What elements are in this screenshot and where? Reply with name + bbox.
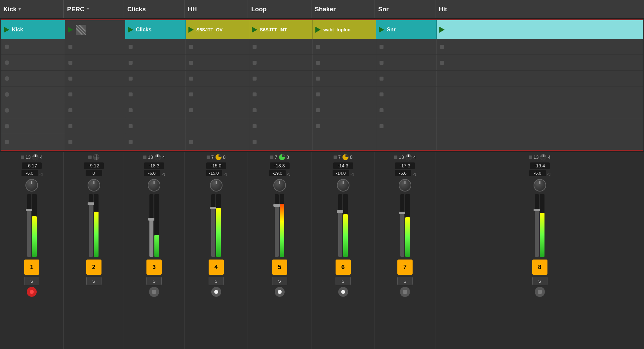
ch4-fader-handle[interactable] [210,207,217,209]
ch5-number-button[interactable]: 5 [272,260,287,275]
track-kick[interactable]: Kick [1,20,65,39]
pattern-cell-loop-5[interactable] [249,102,313,118]
pattern-cell-shaker-2[interactable] [313,55,376,70]
pattern-cell-shaker-3[interactable] [313,71,376,86]
track-hh[interactable]: S6SJTT_OV [186,20,249,39]
pattern-cell-hh-3[interactable] [186,71,249,86]
pattern-cell-loop-1[interactable] [249,39,313,54]
ch3-fader-handle[interactable] [148,218,155,221]
pattern-cell-clicks-2[interactable] [125,55,186,70]
pattern-cell-snr-2[interactable] [376,55,437,70]
ch1-knob[interactable] [25,179,38,192]
pattern-cell-snr-1[interactable] [376,39,437,54]
track-perc[interactable] [65,20,125,39]
track-hit[interactable] [437,20,643,39]
pattern-cell-perc-2[interactable] [65,55,125,70]
pattern-cell-clicks-5[interactable] [125,102,186,118]
pattern-cell-clicks-6[interactable] [125,118,186,134]
ch5-fader-track[interactable] [275,194,279,257]
ch7-solo-button[interactable]: S [397,277,413,285]
ch5-fader-handle[interactable] [273,204,280,207]
track-snr[interactable]: Snr [376,20,437,39]
ch8-number-button[interactable]: 8 [532,260,547,275]
ch1-solo-button[interactable]: S [24,277,39,285]
ch3-fader-track[interactable] [149,194,153,257]
pattern-cell-hit-5[interactable] [437,102,643,118]
ch6-fader-track[interactable] [338,194,342,257]
play-hit-icon[interactable] [439,27,445,33]
ch1-fader-track[interactable] [27,194,31,257]
pattern-cell-loop-2[interactable] [249,55,313,70]
header-loop[interactable]: Loop [248,0,311,18]
header-snr[interactable]: Snr [375,0,435,18]
ch3-rec-button[interactable] [149,287,159,297]
pattern-cell-hit-4[interactable] [437,87,643,102]
play-snr-icon[interactable] [379,27,384,33]
header-kick[interactable]: Kick ▾ [0,0,64,18]
pattern-cell-perc-7[interactable] [65,134,125,150]
play-kick-icon[interactable] [4,27,9,33]
pattern-cell-perc-4[interactable] [65,87,125,102]
ch4-fader-track[interactable] [211,194,215,257]
pattern-cell-perc-3[interactable] [65,71,125,86]
pattern-cell-clicks-4[interactable] [125,87,186,102]
pattern-cell-shaker-7[interactable] [313,134,376,150]
track-clicks[interactable]: Clicks [125,20,186,39]
pattern-cell-kick-4[interactable] [1,87,65,102]
pattern-cell-perc-6[interactable] [65,118,125,134]
pattern-cell-hit-1[interactable] [437,39,643,54]
pattern-cell-kick-5[interactable] [1,102,65,118]
ch8-fader-track[interactable] [535,194,539,257]
pattern-cell-kick-2[interactable] [1,55,65,70]
pattern-cell-hit-2[interactable] [437,55,643,70]
pattern-cell-snr-6[interactable] [376,118,437,134]
ch4-solo-button[interactable]: S [209,277,224,285]
play-hh-icon[interactable] [188,27,194,33]
pattern-cell-shaker-6[interactable] [313,118,376,134]
ch3-number-button[interactable]: 3 [146,260,162,275]
ch1-rec-button[interactable] [27,287,37,297]
ch2-knob[interactable] [88,179,100,192]
pattern-cell-kick-6[interactable] [1,118,65,134]
play-loop-icon[interactable] [252,27,257,33]
pattern-cell-clicks-3[interactable] [125,71,186,86]
pattern-cell-kick-7[interactable] [1,134,65,150]
ch8-rec-button[interactable] [535,287,545,297]
ch1-fader-handle[interactable] [26,209,32,211]
ch4-rec-button[interactable] [211,287,221,297]
ch4-knob[interactable] [210,179,222,192]
header-perc[interactable]: PERC ≡ [64,0,124,18]
play-perc-icon[interactable] [68,27,73,33]
pattern-cell-hit-7[interactable] [437,134,643,150]
ch5-rec-button[interactable] [275,287,285,297]
ch5-solo-button[interactable]: S [272,277,287,285]
pattern-cell-shaker-1[interactable] [313,39,376,54]
pattern-cell-kick-3[interactable] [1,71,65,86]
pattern-cell-hh-6[interactable] [186,118,249,134]
pattern-cell-shaker-5[interactable] [313,102,376,118]
pattern-cell-shaker-4[interactable] [313,87,376,102]
header-clicks[interactable]: Clicks [124,0,184,18]
header-hit[interactable]: Hit [435,0,644,18]
ch8-knob[interactable] [534,179,546,192]
pattern-cell-hit-6[interactable] [437,118,643,134]
pattern-cell-snr-7[interactable] [376,134,437,150]
pattern-cell-snr-4[interactable] [376,87,437,102]
ch8-fader-handle[interactable] [534,209,540,211]
header-hh[interactable]: HH [184,0,248,18]
ch3-solo-button[interactable]: S [146,277,162,285]
pattern-cell-loop-4[interactable] [249,87,313,102]
ch2-number-button[interactable]: 2 [86,260,101,275]
pattern-cell-hit-3[interactable] [437,71,643,86]
ch7-number-button[interactable]: 7 [397,260,413,275]
ch7-fader-track[interactable] [400,194,404,257]
ch6-number-button[interactable]: 6 [336,260,351,275]
play-clicks-icon[interactable] [128,27,133,33]
pattern-cell-snr-5[interactable] [376,102,437,118]
pattern-cell-hh-4[interactable] [186,87,249,102]
pattern-cell-clicks-1[interactable] [125,39,186,54]
ch6-fader-handle[interactable] [337,210,343,213]
ch7-fader-handle[interactable] [399,212,406,214]
pattern-cell-loop-3[interactable] [249,71,313,86]
ch7-rec-button[interactable] [400,287,410,297]
